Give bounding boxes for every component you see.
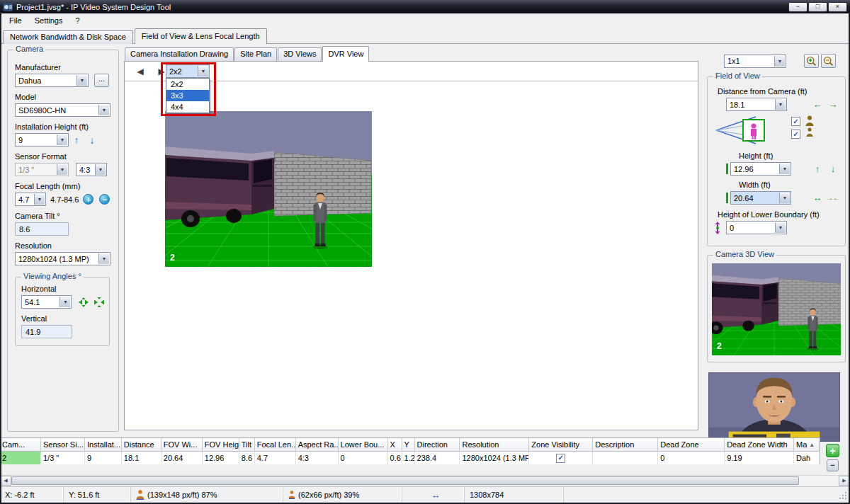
horizontal-angle-select[interactable]: 54.1 ▼	[21, 295, 72, 309]
main-tab-strip: Network Bandwidth & Disk Space Field of …	[1, 28, 267, 44]
col-y[interactable]: Y	[402, 438, 415, 452]
menu-file[interactable]: File	[3, 15, 28, 26]
col-zone-visibility[interactable]: Zone Visibility	[529, 438, 593, 452]
chevron-down-icon: ▼	[774, 56, 785, 67]
col-resolution[interactable]: Resolution	[460, 438, 529, 452]
widen-angle-icon[interactable]	[78, 297, 89, 307]
tab-dvr-view[interactable]: DVR View	[322, 46, 369, 62]
chevron-down-icon: ▼	[57, 164, 67, 175]
col-manufacturer[interactable]: Ma▲	[794, 438, 820, 452]
lower-boundary-select[interactable]: 0 ▼	[726, 221, 787, 234]
grid-option-3x3[interactable]: 3x3	[166, 90, 209, 101]
show-person-2-checkbox[interactable]: ✓	[791, 130, 800, 139]
menu-settings[interactable]: Settings	[28, 15, 69, 26]
col-sensor[interactable]: Sensor Si...	[41, 438, 85, 452]
camera-3d-thumbnail[interactable]: 2	[712, 263, 841, 355]
status-bar: X: -6.2 ft Y: 51.6 ft (139x148 px/ft) 87…	[0, 486, 850, 503]
zoom-in-lens-button[interactable]: +	[83, 194, 94, 205]
sensor-format-select[interactable]: 1/3 " ▼	[15, 163, 69, 176]
col-dead-zone-width[interactable]: Dead Zone Width	[725, 438, 794, 452]
previous-camera-button[interactable]: ◀	[135, 67, 146, 76]
layout-select[interactable]: 1x1 ▼	[724, 55, 786, 68]
browse-manufacturer-button[interactable]: ...	[94, 74, 109, 87]
decrease-height-button[interactable]: ↓	[825, 164, 841, 174]
app-icon	[3, 3, 13, 11]
chevron-down-icon: ▼	[775, 222, 786, 233]
sort-asc-icon: ▲	[809, 442, 815, 448]
narrow-angle-icon[interactable]	[94, 297, 105, 307]
app-window: Project1.jvsg* - IP Video System Design …	[0, 0, 850, 504]
col-installation[interactable]: Installat...	[85, 438, 122, 452]
installation-height-label: Installation Height (ft)	[15, 122, 113, 131]
camera-view-cell[interactable]: 2	[165, 111, 372, 267]
camera-table: Cam... Sensor Si... Installat... Distanc…	[0, 437, 820, 464]
focal-length-select[interactable]: 4.7 ▼	[15, 193, 46, 206]
maximize-button[interactable]: □	[808, 2, 827, 12]
tab-camera-installation-drawing[interactable]: Camera Installation Drawing	[125, 47, 234, 61]
status-filler	[564, 487, 850, 503]
camera-number-label: 2	[717, 341, 722, 351]
col-distance[interactable]: Distance	[122, 438, 162, 452]
col-camera[interactable]: Cam...	[0, 438, 41, 452]
aspect-ratio-select[interactable]: 4:3 ▼	[76, 163, 107, 176]
col-tilt[interactable]: Tilt	[239, 438, 255, 452]
remove-camera-button[interactable]: −	[827, 459, 839, 471]
show-person-1-checkbox[interactable]: ✓	[791, 117, 800, 126]
camera-tilt-label: Camera Tilt °	[15, 212, 113, 220]
distance-select[interactable]: 18.1 ▼	[726, 98, 787, 111]
width-select[interactable]: 20.64 ▼	[730, 191, 791, 205]
horizontal-scrollbar[interactable]: ◀ ▶	[0, 475, 850, 485]
col-description[interactable]: Description	[593, 438, 658, 452]
col-lower-boundary[interactable]: Lower Bou...	[339, 438, 388, 452]
raise-camera-button[interactable]: ↑	[69, 134, 84, 146]
focal-length-range: 4.7-84.6	[50, 195, 79, 204]
close-button[interactable]: ×	[828, 2, 847, 12]
manufacturer-select[interactable]: Dahua ▼	[15, 74, 89, 87]
chevron-down-icon: ▼	[95, 164, 106, 175]
chevron-down-icon: ▼	[98, 105, 109, 115]
col-dead-zone[interactable]: Dead Zone	[658, 438, 725, 452]
narrow-fov-button[interactable]: →←	[825, 194, 841, 202]
chevron-down-icon: ▼	[98, 253, 109, 264]
dvr-toolbar: ◀ ▶	[125, 62, 698, 81]
resolution-select[interactable]: 1280x1024 (1.3 MP) ▼	[15, 252, 110, 265]
model-select[interactable]: SD6980C-HN ▼	[15, 103, 110, 117]
move-farther-button[interactable]: →	[825, 99, 841, 110]
col-direction[interactable]: Direction	[415, 438, 460, 452]
resize-grip-icon[interactable]	[839, 492, 848, 500]
scrollbar-thumb[interactable]	[11, 476, 799, 485]
menu-help[interactable]: ?	[69, 15, 86, 26]
grid-option-4x4[interactable]: 4x4	[166, 101, 209, 113]
col-aspect-ratio[interactable]: Aspect Ra...	[296, 438, 339, 452]
person-density-icon	[136, 490, 144, 500]
camera-tilt-field[interactable]: 8.6	[15, 222, 69, 236]
person-detail-thumbnail[interactable]	[708, 372, 840, 442]
vertical-label: Vertical	[21, 314, 105, 323]
col-fov-width[interactable]: FOV Wi...	[162, 438, 203, 452]
zoom-in-button[interactable]	[804, 54, 819, 68]
zone-visibility-checkbox[interactable]: ✓	[556, 454, 565, 463]
title-bar: Project1.jvsg* - IP Video System Design …	[0, 0, 850, 13]
table-row[interactable]: 2 1/3 " 9 18.1 20.64 12.96 8.6 4.7 4:3 0…	[0, 452, 820, 464]
tab-site-plan[interactable]: Site Plan	[234, 47, 277, 61]
height-select[interactable]: 12.96 ▼	[730, 162, 791, 176]
zoom-out-lens-button[interactable]: −	[99, 194, 110, 205]
tab-field-of-view[interactable]: Field of View & Lens Focal Length	[135, 28, 267, 44]
installation-height-select[interactable]: 9 ▼	[15, 133, 69, 147]
vertical-angle-field[interactable]: 41.9	[21, 325, 72, 338]
move-closer-button[interactable]: ←	[810, 99, 825, 110]
col-x[interactable]: X	[388, 438, 402, 452]
widen-fov-button[interactable]: ↔	[810, 193, 825, 203]
lower-camera-button[interactable]: ↓	[84, 134, 100, 146]
zoom-out-button[interactable]	[821, 54, 836, 68]
minimize-button[interactable]: −	[788, 2, 808, 12]
tab-3d-views[interactable]: 3D Views	[278, 47, 322, 61]
tab-network-bandwidth[interactable]: Network Bandwidth & Disk Space	[3, 30, 133, 44]
increase-height-button[interactable]: ↑	[810, 164, 825, 174]
grid-option-2x2[interactable]: 2x2	[166, 79, 209, 90]
dvr-grid-select[interactable]: 2x2 ▼	[166, 64, 210, 78]
scroll-left-button[interactable]: ◀	[0, 476, 11, 486]
col-focal-length[interactable]: Focal Len...	[255, 438, 296, 452]
col-fov-height[interactable]: FOV Heig...	[203, 438, 239, 452]
add-camera-button[interactable]: +	[826, 444, 839, 457]
